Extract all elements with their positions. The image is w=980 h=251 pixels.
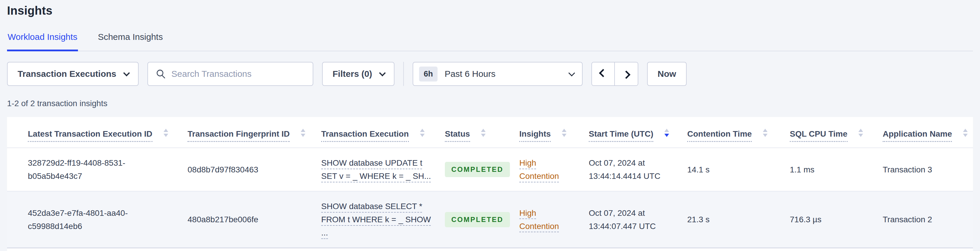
cell-sql-cpu-time: 1.1 ms <box>790 148 883 191</box>
column-header-latest-transaction-execution-id[interactable]: Latest Transaction Execution ID <box>7 117 188 148</box>
chevron-down-icon <box>123 70 130 77</box>
filters-label: Filters (0) <box>332 69 372 79</box>
time-range-dropdown[interactable]: 6h Past 6 Hours <box>413 62 582 86</box>
sort-icon <box>164 129 168 137</box>
time-prev-button[interactable] <box>592 62 615 85</box>
column-header-start-time[interactable]: Start Time (UTC) <box>589 117 687 148</box>
sort-icon <box>963 129 968 137</box>
insights-table-card: Latest Transaction Execution ID Transact… <box>7 117 973 251</box>
tab-schema-insights[interactable]: Schema Insights <box>97 32 164 51</box>
sort-icon <box>562 129 566 137</box>
insight-link[interactable]: High Contention <box>519 158 559 181</box>
transaction-execution-link[interactable]: SHOW database UPDATE t SET v = _ WHERE k… <box>321 158 431 181</box>
cell-start-time: Oct 07, 2024 at 13:44:14.4414 UTC <box>589 148 687 191</box>
view-selector-label: Transaction Executions <box>18 69 116 79</box>
time-range-badge: 6h <box>419 67 438 82</box>
chevron-right-icon <box>622 71 630 79</box>
column-header-insights[interactable]: Insights <box>519 117 589 148</box>
status-badge: COMPLETED <box>445 162 510 177</box>
sort-icon <box>481 129 485 137</box>
chevron-left-icon <box>599 69 607 77</box>
column-header-contention-time[interactable]: Contention Time <box>687 117 790 148</box>
insights-page: Insights Workload Insights Schema Insigh… <box>0 0 980 251</box>
time-range-label: Past 6 Hours <box>445 69 495 79</box>
column-header-sql-cpu-time[interactable]: SQL CPU Time <box>790 117 883 148</box>
sort-icon <box>858 129 863 137</box>
sort-icon <box>664 129 669 137</box>
insight-link[interactable]: High Contention <box>519 208 559 231</box>
chevron-down-icon <box>568 70 575 77</box>
time-pager <box>592 62 638 86</box>
column-header-application-name[interactable]: Application Name <box>883 117 973 148</box>
sort-icon <box>420 129 425 137</box>
table-row: 328729d2-ff19-4408-8531-b05a5b4e43c7 08d… <box>7 148 973 191</box>
filters-button[interactable]: Filters (0) <box>322 62 395 86</box>
tab-workload-insights[interactable]: Workload Insights <box>7 32 78 51</box>
cell-fingerprint-id: 08d8b7d97f830463 <box>188 148 321 191</box>
cell-contention-time: 21.3 s <box>687 191 790 248</box>
column-header-transaction-execution[interactable]: Transaction Execution <box>321 117 445 148</box>
cell-fingerprint-id: 480a8b217be006fe <box>188 191 321 248</box>
search-box <box>147 62 313 86</box>
cell-sql-cpu-time: 716.3 µs <box>790 191 883 248</box>
view-selector-dropdown[interactable]: Transaction Executions <box>7 62 138 86</box>
transaction-insights-table: Latest Transaction Execution ID Transact… <box>7 117 973 248</box>
now-button[interactable]: Now <box>647 62 687 86</box>
toolbar-divider <box>403 62 404 86</box>
status-badge: COMPLETED <box>445 212 510 227</box>
table-row: 452da3e7-e7fa-4801-aa40-c59988d14eb6 480… <box>7 191 973 248</box>
cell-execution-id: 328729d2-ff19-4408-8531-b05a5b4e43c7 <box>7 148 188 191</box>
toolbar: Transaction Executions Filters (0) 6h Pa… <box>7 62 973 86</box>
tab-bar: Workload Insights Schema Insights <box>7 32 973 51</box>
sort-icon <box>763 129 768 137</box>
cell-execution-id: 452da3e7-e7fa-4801-aa40-c59988d14eb6 <box>7 191 188 248</box>
cell-contention-time: 14.1 s <box>687 148 790 191</box>
chevron-down-icon <box>379 70 386 77</box>
cell-start-time: Oct 07, 2024 at 13:44:07.447 UTC <box>589 191 687 248</box>
search-icon <box>156 69 166 79</box>
column-header-transaction-fingerprint-id[interactable]: Transaction Fingerprint ID <box>188 117 321 148</box>
time-next-button[interactable] <box>615 62 638 85</box>
column-header-status[interactable]: Status <box>445 117 519 148</box>
cell-application-name: Transaction 2 <box>883 191 973 248</box>
results-count: 1-2 of 2 transaction insights <box>7 99 973 108</box>
page-title: Insights <box>7 4 973 17</box>
sort-icon <box>301 129 305 137</box>
cell-application-name: Transaction 3 <box>883 148 973 191</box>
transaction-execution-link[interactable]: SHOW database SELECT * FROM t WHERE k = … <box>321 202 431 237</box>
table-header-row: Latest Transaction Execution ID Transact… <box>7 117 973 148</box>
search-input[interactable] <box>172 69 305 79</box>
